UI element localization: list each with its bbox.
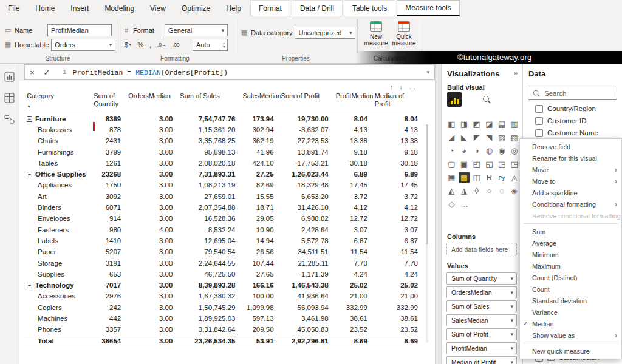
- visual-type-icon[interactable]: ◬: [508, 172, 520, 183]
- collapse-pane-icon[interactable]: »: [514, 69, 518, 76]
- visual-type-icon[interactable]: ◭: [446, 185, 457, 197]
- columns-field-well[interactable]: Add data fields here: [446, 243, 517, 255]
- menu-item-new-quick-measure[interactable]: New quick measure: [520, 345, 621, 357]
- row-label[interactable]: Chairs: [24, 135, 91, 146]
- matrix-cell[interactable]: 597.13: [241, 313, 279, 324]
- visual-type-icon[interactable]: ◩: [471, 118, 482, 130]
- matrix-cell[interactable]: 13,891.74: [279, 146, 333, 157]
- matrix-cell[interactable]: 2,428.64: [279, 224, 333, 235]
- visual-type-icon[interactable]: ▨: [496, 132, 508, 143]
- matrix-cell[interactable]: 27.25: [241, 169, 279, 180]
- matrix-cell[interactable]: 7,54,747.76: [177, 113, 240, 124]
- row-label[interactable]: −Furniture: [24, 113, 91, 124]
- menu-item-add-a-sparkline[interactable]: Add a sparkline: [520, 187, 621, 198]
- visual-type-icon[interactable]: ◲: [496, 158, 508, 170]
- matrix-cell[interactable]: 3191: [91, 257, 126, 268]
- row-label[interactable]: Accessories: [24, 291, 91, 302]
- matrix-cell[interactable]: 1,26,023.44: [279, 169, 333, 180]
- visual-type-icon[interactable]: ▧: [508, 132, 520, 143]
- matrix-cell[interactable]: 3.00: [126, 324, 177, 335]
- row-label[interactable]: Binders: [24, 202, 91, 213]
- visual-type-icon[interactable]: ◇: [446, 198, 457, 210]
- matrix-cell[interactable]: 41,936.64: [279, 291, 333, 302]
- matrix-cell[interactable]: 8.69: [372, 335, 423, 346]
- visual-type-icon[interactable]: ◕: [459, 145, 470, 157]
- matrix-cell[interactable]: 3.00: [126, 302, 177, 313]
- home-table-select[interactable]: Orders▾: [51, 39, 115, 51]
- matrix-cell[interactable]: 1,67,380.32: [177, 291, 240, 302]
- matrix-cell[interactable]: 17.45: [372, 180, 423, 190]
- matrix-cell[interactable]: 12,695.04: [177, 235, 240, 246]
- visual-type-icon[interactable]: ◊: [471, 185, 482, 197]
- matrix-row-accessories[interactable]: Accessories29763.001,67,380.32100.0041,9…: [24, 291, 423, 302]
- matrix-cell[interactable]: 34,511.51: [279, 246, 333, 257]
- matrix-cell[interactable]: 6.89: [333, 169, 372, 180]
- visual-type-icon[interactable]: ◌: [496, 185, 508, 197]
- matrix-row-furniture[interactable]: −Furniture83693.007,54,747.76173.9419,73…: [24, 113, 423, 124]
- matrix-cell[interactable]: 107.44: [241, 257, 279, 268]
- chevron-down-icon[interactable]: ▾: [510, 331, 513, 337]
- percent-format-button[interactable]: %: [135, 41, 146, 49]
- matrix-cell[interactable]: 878: [91, 124, 126, 135]
- expand-formula-bar-icon[interactable]: ▾: [426, 69, 429, 75]
- row-label[interactable]: Labels: [24, 235, 91, 246]
- matrix-row-bookcases[interactable]: Bookcases8783.001,15,361.20302.94-3,632.…: [24, 124, 423, 135]
- formula-bar[interactable]: × ✓ 1 ProfitMedian = MEDIAN(Orders[Profi…: [24, 64, 435, 80]
- matrix-cell[interactable]: 7.70: [372, 257, 423, 268]
- row-label[interactable]: −Technology: [24, 280, 91, 291]
- column-header-sum-of-profit[interactable]: Sum of Profit: [279, 91, 333, 113]
- drill-up-icon[interactable]: ↑: [390, 83, 394, 90]
- matrix-cell[interactable]: 46,725.50: [177, 269, 240, 280]
- values-field-pill-profitmedian[interactable]: ProfitMedian▾: [446, 342, 517, 354]
- row-label[interactable]: Bookcases: [24, 124, 91, 135]
- matrix-cell[interactable]: 6.87: [372, 235, 423, 246]
- matrix-cell[interactable]: 26.56: [241, 246, 279, 257]
- visual-type-icon[interactable]: ▢: [446, 158, 457, 170]
- table-view-icon[interactable]: [3, 91, 16, 104]
- ribbon-tab-file[interactable]: File: [0, 0, 27, 16]
- chevron-down-icon[interactable]: ▾: [510, 345, 513, 351]
- visual-type-icon[interactable]: ◎: [508, 145, 520, 157]
- visual-type-icon[interactable]: ◱: [484, 158, 495, 170]
- matrix-cell[interactable]: 7,31,893.31: [177, 169, 240, 180]
- matrix-cell[interactable]: 21.00: [372, 291, 423, 302]
- more-options-icon[interactable]: …: [409, 83, 415, 90]
- column-header-median-of-profit[interactable]: Median of Profit: [372, 91, 423, 113]
- ribbon-tab-modeling[interactable]: Modeling: [97, 0, 142, 16]
- increase-decimals-icon[interactable]: .0→: [155, 42, 169, 48]
- matrix-row-envelopes[interactable]: Envelopes9143.0016,528.3629.056,988.0212…: [24, 213, 423, 224]
- menu-item-rename-for-this-visual[interactable]: Rename for this visual: [520, 152, 621, 164]
- menu-item-remove-field[interactable]: Remove field: [520, 141, 621, 152]
- matrix-cell[interactable]: 27.65: [241, 269, 279, 280]
- matrix-cell[interactable]: 45,050.83: [279, 324, 333, 335]
- matrix-cell[interactable]: 3.00: [126, 235, 177, 246]
- matrix-cell[interactable]: 95,598.13: [177, 146, 240, 157]
- ribbon-tab-data-drill[interactable]: Data / Drill: [292, 0, 343, 16]
- matrix-row-supplies[interactable]: Supplies6533.0046,725.5027.65-1,171.394.…: [24, 269, 423, 280]
- visual-type-icon[interactable]: ◣: [459, 132, 470, 143]
- matrix-cell[interactable]: 8,532.24: [177, 224, 240, 235]
- matrix-cell[interactable]: 3,31,842.64: [177, 324, 240, 335]
- values-field-pill-sum-of-quantity[interactable]: Sum of Quantity▾: [446, 272, 517, 285]
- visual-type-icon[interactable]: ◧: [446, 118, 457, 130]
- menu-item-move-to[interactable]: Move to›: [520, 175, 621, 187]
- matrix-cell[interactable]: 79,540.54: [177, 246, 240, 257]
- matrix-cell[interactable]: -3,632.07: [279, 124, 333, 135]
- matrix-cell[interactable]: 8369: [91, 113, 126, 124]
- matrix-cell[interactable]: 21.00: [333, 291, 372, 302]
- new-measure-button[interactable]: New measure: [363, 21, 389, 47]
- matrix-cell[interactable]: 3.00: [126, 180, 177, 190]
- matrix-cell[interactable]: 13.38: [372, 135, 423, 146]
- matrix-cell[interactable]: 56,093.94: [279, 302, 333, 313]
- values-field-pill-salesmedian[interactable]: SalesMedian▾: [446, 314, 517, 326]
- row-label[interactable]: Furnishings: [24, 146, 91, 157]
- matrix-row-tables[interactable]: Tables12613.002,08,020.18424.10-17,753.2…: [24, 158, 423, 169]
- matrix-cell[interactable]: 53.91: [241, 335, 279, 346]
- values-field-pill-sum-of-sales[interactable]: Sum of Sales▾: [446, 300, 517, 312]
- matrix-cell[interactable]: 23.52: [333, 324, 372, 335]
- matrix-cell[interactable]: 1410: [91, 235, 126, 246]
- row-label[interactable]: Tables: [24, 158, 91, 169]
- menu-item-maximum[interactable]: Maximum: [520, 260, 621, 272]
- matrix-row-technology[interactable]: −Technology70173.008,39,893.28166.161,46…: [24, 280, 423, 291]
- matrix-row-chairs[interactable]: Chairs24313.003,35,768.25362.1927,223.53…: [24, 135, 423, 146]
